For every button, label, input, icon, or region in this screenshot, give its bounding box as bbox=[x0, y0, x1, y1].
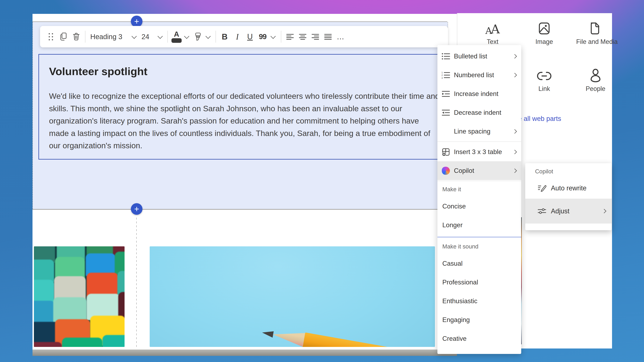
image-webpart-icon bbox=[525, 20, 564, 35]
align-left-icon bbox=[286, 33, 294, 40]
webpart-paragraph[interactable]: We'd like to recognize the exceptional e… bbox=[49, 90, 441, 152]
delete-button[interactable] bbox=[70, 29, 82, 44]
file-webpart-icon bbox=[576, 20, 615, 35]
tile-label: Image bbox=[525, 38, 564, 45]
menu-item-insert-table[interactable]: Insert 3 x 3 table bbox=[438, 143, 521, 161]
svg-text:1: 1 bbox=[442, 71, 443, 74]
add-section-button-middle[interactable]: + bbox=[131, 203, 142, 215]
text-format-dropdown[interactable] bbox=[269, 29, 278, 44]
webpart-tile-people[interactable]: People bbox=[576, 67, 615, 92]
font-color-split-dropdown[interactable] bbox=[183, 29, 192, 44]
tile-label: People bbox=[576, 85, 615, 92]
chevron-right-icon bbox=[602, 209, 606, 213]
submenu-item-auto-rewrite[interactable]: Auto rewrite bbox=[525, 178, 612, 199]
chevron-down-icon bbox=[270, 33, 276, 39]
bulleted-list-icon bbox=[441, 52, 450, 61]
selected-text-section[interactable]: Volunteer spotlight We'd like to recogni… bbox=[32, 22, 448, 209]
menu-divider bbox=[438, 142, 521, 142]
line-spacing-icon bbox=[441, 127, 450, 136]
menu-item-creative[interactable]: Creative bbox=[438, 329, 521, 348]
blockquote-button[interactable]: 99 bbox=[256, 29, 269, 44]
toolbar-divider bbox=[281, 31, 281, 43]
align-right-button[interactable] bbox=[309, 29, 322, 44]
font-color-button[interactable]: A bbox=[170, 29, 183, 44]
more-options-button[interactable]: … bbox=[334, 29, 347, 44]
pencil-illustration bbox=[261, 325, 435, 347]
menu-item-engaging[interactable]: Engaging bbox=[438, 310, 521, 329]
increase-indent-icon bbox=[441, 89, 450, 98]
text-style-dropdown[interactable]: Heading 3 bbox=[88, 29, 139, 44]
section-divider-bottom bbox=[32, 209, 447, 210]
menu-item-longer[interactable]: Longer bbox=[438, 216, 521, 234]
align-left-button[interactable] bbox=[284, 29, 296, 44]
webpart-heading[interactable]: Volunteer spotlight bbox=[49, 64, 436, 79]
menu-item-numbered-list[interactable]: 1 2 3 Numbered list bbox=[438, 66, 521, 84]
copilot-submenu: Copilot Auto rewrite Adjust bbox=[525, 163, 612, 230]
chevron-down-icon bbox=[206, 33, 211, 39]
justify-icon bbox=[324, 33, 332, 40]
chevron-down-icon bbox=[184, 33, 189, 39]
tile-label: Link bbox=[525, 85, 564, 92]
webpart-tile-text[interactable]: AA Text bbox=[473, 20, 512, 45]
toolbar-divider bbox=[216, 31, 216, 43]
format-toolbar: Heading 3 24 A B I U 99 bbox=[40, 26, 448, 47]
menu-item-decrease-indent[interactable]: Decrease indent bbox=[438, 103, 521, 122]
menu-item-copilot[interactable]: Copilot bbox=[438, 161, 521, 180]
page-canvas: Volunteer spotlight We'd like to recogni… bbox=[32, 14, 457, 350]
menu-item-bulleted-list[interactable]: Bulleted list bbox=[438, 47, 521, 66]
svg-text:3: 3 bbox=[442, 76, 443, 79]
text-style-value: Heading 3 bbox=[90, 33, 122, 41]
svg-text:2: 2 bbox=[442, 74, 443, 76]
column-divider-dashed bbox=[136, 218, 137, 349]
copilot-icon bbox=[441, 166, 450, 175]
submenu-item-adjust[interactable]: Adjust bbox=[525, 199, 612, 223]
align-center-button[interactable] bbox=[296, 29, 309, 44]
menu-item-increase-indent[interactable]: Increase indent bbox=[438, 84, 521, 103]
webpart-tile-file-media[interactable]: File and Media bbox=[576, 20, 615, 45]
menu-item-professional[interactable]: Professional bbox=[438, 273, 521, 292]
menu-item-line-spacing[interactable]: Line spacing bbox=[438, 122, 521, 141]
webpart-tile-link[interactable]: Link bbox=[525, 67, 564, 92]
text-context-menu: Bulleted list 1 2 3 Numbered list Increa… bbox=[438, 45, 521, 354]
align-center-icon bbox=[299, 33, 307, 40]
menu-item-enthusiastic[interactable]: Enthusiastic bbox=[438, 292, 521, 310]
insert-table-icon bbox=[441, 147, 450, 157]
copy-icon bbox=[60, 32, 68, 41]
chairs-image[interactable] bbox=[34, 246, 124, 347]
font-color-swatch bbox=[172, 38, 182, 43]
add-section-button-top[interactable]: + bbox=[131, 16, 142, 27]
font-color-icon: A bbox=[174, 30, 179, 38]
bold-button[interactable]: B bbox=[218, 29, 231, 44]
auto-rewrite-icon bbox=[538, 184, 546, 192]
chevron-right-icon bbox=[512, 129, 517, 134]
highlighter-icon bbox=[194, 32, 202, 41]
pencil-image[interactable] bbox=[150, 246, 435, 347]
submenu-header-copilot: Copilot bbox=[525, 165, 612, 178]
menu-divider bbox=[438, 181, 521, 181]
webpart-tile-image[interactable]: Image bbox=[525, 20, 564, 45]
menu-section-make-it-sound: Make it sound bbox=[438, 239, 521, 254]
drag-handle[interactable] bbox=[44, 29, 57, 44]
menu-item-casual[interactable]: Casual bbox=[438, 254, 521, 273]
decrease-indent-icon bbox=[441, 108, 450, 117]
align-right-icon bbox=[311, 33, 319, 40]
chevron-right-icon bbox=[512, 169, 517, 173]
underline-button[interactable]: U bbox=[244, 29, 256, 44]
menu-divider-accent bbox=[438, 237, 521, 237]
font-size-dropdown[interactable]: 24 bbox=[139, 29, 165, 44]
chevron-right-icon bbox=[512, 150, 517, 154]
people-webpart-icon bbox=[576, 67, 615, 82]
justify-button[interactable] bbox=[322, 29, 334, 44]
link-webpart-icon bbox=[525, 67, 564, 82]
duplicate-button[interactable] bbox=[57, 29, 70, 44]
drag-handle-icon bbox=[49, 33, 53, 40]
highlight-color-button[interactable] bbox=[192, 29, 204, 44]
adjust-sliders-icon bbox=[538, 207, 546, 215]
trash-icon bbox=[72, 32, 80, 41]
font-size-value: 24 bbox=[142, 33, 149, 41]
tile-label: Text bbox=[473, 38, 512, 45]
highlight-split-dropdown[interactable] bbox=[204, 29, 213, 44]
toolbar-divider bbox=[85, 31, 85, 43]
italic-button[interactable]: I bbox=[231, 29, 244, 44]
menu-item-concise[interactable]: Concise bbox=[438, 197, 521, 216]
